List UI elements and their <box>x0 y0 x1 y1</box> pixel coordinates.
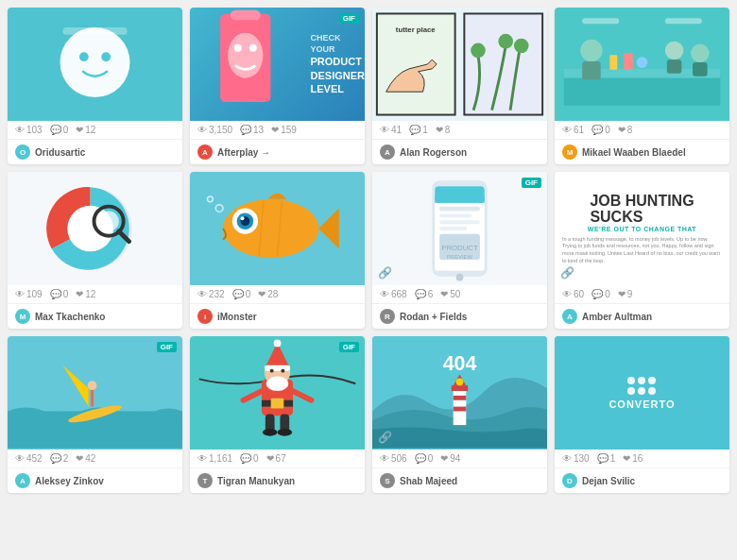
views-stat: 👁 103 <box>15 125 43 135</box>
likes-stat: ❤ 159 <box>271 125 297 135</box>
card-3-author[interactable]: A Alan Rogerson <box>372 140 547 164</box>
converto-name: CONVERTO <box>608 399 675 410</box>
author-name: Max Tkachenko <box>35 312 105 322</box>
card-5-author[interactable]: M Max Tkachenko <box>8 304 182 329</box>
dot-grid <box>627 377 656 395</box>
card-11-author[interactable]: S Shab Majeed <box>372 468 547 493</box>
likes-stat: ❤ 8 <box>436 125 451 135</box>
svg-point-0 <box>60 27 130 97</box>
comments-stat: 💬 6 <box>415 289 434 299</box>
link-icon: 🔗 <box>378 266 392 280</box>
likes-stat: ❤ 42 <box>76 453 95 464</box>
card-12: CONVERTO 👁 130 💬 1 ❤ 16 D Dejan Svilic <box>555 336 729 493</box>
card-12-author[interactable]: D Dejan Svilic <box>555 468 729 493</box>
svg-rect-23 <box>609 55 617 70</box>
card-11-stats: 👁 506 💬 0 ❤ 94 <box>372 450 547 468</box>
card-7-author[interactable]: R Rodan + Fields <box>372 304 547 329</box>
card-2-author[interactable]: A Afterplay → <box>190 140 365 164</box>
card-8-author[interactable]: A Amber Aultman <box>555 304 729 329</box>
card-4-image[interactable] <box>555 8 729 121</box>
svg-rect-75 <box>452 385 469 391</box>
card-3-image[interactable]: tutter place <box>372 8 547 121</box>
card-12-image[interactable]: CONVERTO <box>555 336 729 450</box>
card-10-author[interactable]: T Tigran Manukyan <box>190 468 365 493</box>
gif-badge: GIF <box>522 178 541 188</box>
svg-rect-60 <box>271 399 284 409</box>
card-4-author[interactable]: M Mikael Waaben Blaedel <box>555 140 729 164</box>
svg-rect-26 <box>582 18 619 24</box>
views-stat: 👁 61 <box>562 125 584 135</box>
author-name: Amber Aultman <box>582 312 652 322</box>
svg-point-25 <box>637 57 648 68</box>
card-10: GIF 👁 1,161 💬 0 ❤ 67 T Tigran Manukyan <box>190 336 365 493</box>
comments-stat: 💬 0 <box>232 289 251 299</box>
card-2-image[interactable]: CHECK YOUR PRODUCT DESIGNER LEVEL GIF <box>190 8 365 121</box>
svg-point-13 <box>514 39 529 54</box>
svg-point-2 <box>101 52 111 61</box>
avatar: T <box>197 473 213 488</box>
card-1-image[interactable] <box>8 8 182 121</box>
card-9-author[interactable]: A Aleksey Zinkov <box>8 468 182 493</box>
card-6-stats: 👁 232 💬 0 ❤ 28 <box>190 285 365 304</box>
likes-stat: ❤ 9 <box>618 289 633 299</box>
author-name: Tigran Manukyan <box>217 476 295 486</box>
card-11-image[interactable]: 404 🔗 <box>372 336 547 450</box>
card-1-author[interactable]: O Oridusartic <box>8 140 182 164</box>
likes-stat: ❤ 28 <box>258 289 278 299</box>
svg-point-40 <box>215 205 223 212</box>
likes-stat: ❤ 50 <box>440 289 460 299</box>
card-5-image[interactable] <box>8 172 182 285</box>
views-stat: 👁 3,150 <box>197 125 232 135</box>
svg-rect-79 <box>454 407 467 412</box>
svg-rect-27 <box>665 18 702 24</box>
svg-rect-5 <box>231 10 261 21</box>
likes-stat: ❤ 8 <box>618 125 633 135</box>
svg-rect-22 <box>693 62 708 76</box>
author-name: iMonster <box>217 312 257 322</box>
gif-badge: GIF <box>339 13 359 24</box>
avatar: D <box>562 473 577 488</box>
svg-point-37 <box>241 216 245 220</box>
avatar: M <box>562 144 577 160</box>
svg-point-63 <box>274 340 282 348</box>
svg-point-7 <box>234 44 242 52</box>
comments-stat: 💬 0 <box>240 453 259 464</box>
svg-point-66 <box>281 369 284 373</box>
card-6-author[interactable]: i iMonster <box>190 304 365 329</box>
avatar: A <box>380 144 395 160</box>
card-9-image[interactable]: GIF <box>8 336 182 450</box>
svg-text:tutter place: tutter place <box>396 25 437 34</box>
comments-stat: 💬 0 <box>50 289 69 299</box>
svg-point-57 <box>88 381 97 390</box>
svg-point-65 <box>270 369 274 373</box>
jh-subtitle: WE'RE OUT TO CHANGE THAT <box>588 226 696 232</box>
svg-point-64 <box>266 376 288 391</box>
comments-stat: 💬 2 <box>50 453 69 464</box>
svg-point-6 <box>228 33 263 78</box>
svg-point-53 <box>456 274 464 281</box>
svg-text:404: 404 <box>443 352 477 375</box>
svg-rect-78 <box>454 396 467 400</box>
svg-point-77 <box>456 378 464 385</box>
card-4-stats: 👁 61 💬 0 ❤ 8 <box>555 121 729 140</box>
link-icon: 🔗 <box>378 431 392 444</box>
svg-rect-49 <box>439 227 467 230</box>
avatar: R <box>380 309 395 324</box>
converto-logo: CONVERTO <box>608 377 675 410</box>
views-stat: 👁 60 <box>562 289 584 299</box>
comments-stat: 💬 0 <box>415 453 434 464</box>
card-8-image[interactable]: JOB HUNTINGSUCKS WE'RE OUT TO CHANGE THA… <box>555 172 729 285</box>
card-2-stats: 👁 3,150 💬 13 ❤ 159 <box>190 121 365 140</box>
views-stat: 👁 506 <box>380 453 407 464</box>
card-7-image[interactable]: PRODUCT PREVIEW GIF 🔗 <box>372 172 547 285</box>
svg-point-21 <box>691 44 709 62</box>
card-10-image[interactable]: GIF <box>190 336 365 450</box>
svg-point-41 <box>208 196 214 202</box>
comments-stat: 💬 0 <box>591 125 610 135</box>
svg-text:PRODUCT: PRODUCT <box>441 244 478 252</box>
card-1-stats: 👁 103 💬 0 ❤ 12 <box>8 121 182 140</box>
card-11: 404 🔗 👁 506 💬 0 ❤ 94 S Shab Majeed <box>372 336 547 493</box>
svg-point-11 <box>471 43 486 59</box>
card-1: 👁 103 💬 0 ❤ 12 O Oridusartic <box>8 8 182 164</box>
card-6-image[interactable] <box>190 172 365 285</box>
